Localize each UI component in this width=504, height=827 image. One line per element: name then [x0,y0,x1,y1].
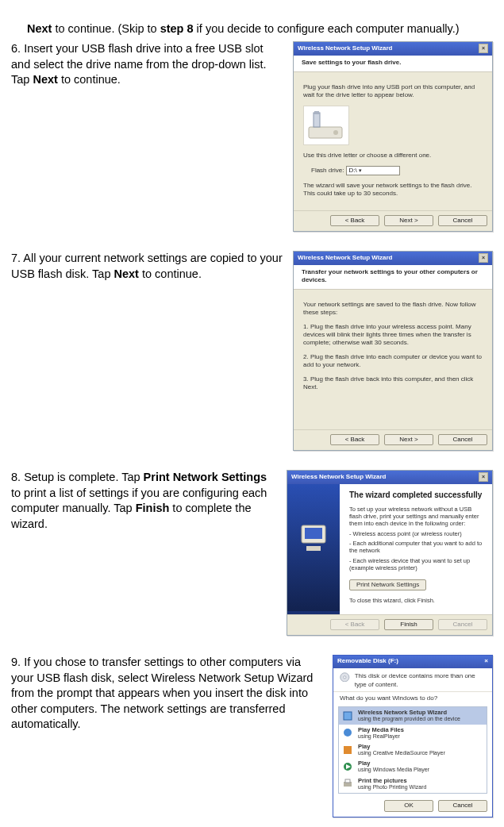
wizard-dialog-complete: Wireless Network Setup Wizard × The wiza… [287,470,493,636]
dialog-title: Wireless Network Setup Wizard [291,473,386,481]
step-5-continuation: Next to continue. (Skip to step 8 if you… [11,21,493,37]
back-button[interactable]: < Back [330,434,379,445]
bold-step8: step 8 [160,22,194,35]
close-icon[interactable]: × [484,657,488,666]
svg-point-11 [344,729,352,737]
wizard-dialog-save-flash: Wireless Network Setup Wizard × Save set… [293,41,493,232]
close-icon[interactable]: × [479,253,488,263]
dialog-header: Transfer your network settings to your o… [294,265,492,290]
chevron-down-icon: ▾ [359,167,362,175]
autoplay-item-print[interactable]: Print the picturesusing Photo Printing W… [339,775,487,792]
dialog-title: Wireless Network Setup Wizard [298,44,392,52]
disk-icon [340,672,350,685]
autoplay-item-slideshow[interactable]: View a slideshow of the images [339,792,487,794]
autoplay-item-wireless-wizard[interactable]: Wireless Network Setup Wizardusing the p… [339,707,487,724]
close-icon[interactable]: × [479,44,488,53]
cancel-button[interactable]: Cancel [438,434,487,445]
ok-button[interactable]: OK [384,800,433,812]
step-6-text: 6. Insert your USB flash drive into a fr… [11,41,293,232]
transfer-step-2: 2. Plug the flash drive into each comput… [303,353,484,369]
cancel-button: Cancel [438,619,487,630]
autoplay-item-realplayer[interactable]: Play Media Filesusing RealPlayer [339,725,487,741]
complete-b1: - Wireless access point (or wireless rou… [349,530,484,537]
complete-heading: The wizard completed successfully [349,490,484,501]
transfer-step-3: 3. Plug the flash drive back into this c… [303,375,484,391]
print-icon [342,778,353,789]
wizard-dialog-transfer: Wireless Network Setup Wizard × Transfer… [293,251,493,451]
svg-rect-12 [344,746,352,754]
autoplay-list[interactable]: Wireless Network Setup Wizardusing the p… [338,706,487,794]
svg-rect-6 [305,528,322,539]
dialog-intro: Your network settings are saved to the f… [303,301,484,317]
dialog-title: Removable Disk (F:) [337,657,398,666]
transfer-step-1: 1. Plug the flash drive into your wirele… [303,323,484,347]
svg-rect-2 [314,111,319,114]
step-7-text: 7. All your current network settings are… [11,251,293,451]
creative-icon [342,744,353,756]
flash-drive-dropdown[interactable]: D:\▾ [346,166,400,175]
svg-rect-10 [344,712,352,720]
dialog-header: Save settings to your flash drive. [294,56,492,72]
close-icon[interactable]: × [479,472,488,482]
back-button: < Back [330,619,379,630]
finish-button[interactable]: Finish [384,619,433,630]
wizard-sidebar-graphic [287,484,340,614]
step-9-text: 9. If you chose to transfer settings to … [11,655,333,817]
complete-b2: - Each additional computer that you want… [349,540,484,555]
step-8-number: 8. [11,471,24,483]
dialog-note: The wizard will save your network settin… [303,182,484,198]
cancel-button[interactable]: Cancel [438,215,487,226]
back-button[interactable]: < Back [330,215,379,226]
step-8-text: 8. Setup is complete. Tap Print Network … [11,470,287,636]
wmp-icon [342,761,353,772]
complete-p1: To set up your wireless network without … [349,506,484,528]
flash-drive-label: Flash drive: [311,167,344,174]
autoplay-item-creative[interactable]: Playusing Creative MediaSource Player [339,741,487,758]
svg-point-3 [333,130,338,135]
wizard-icon [342,710,353,721]
autoplay-question: What do you want Windows to do? [333,692,492,705]
next-button[interactable]: Next > [384,215,433,226]
dialog-instruction: Plug your flash drive into any USB port … [303,83,484,99]
step-9-number: 9. [11,656,24,668]
dialog-title: Wireless Network Setup Wizard [298,254,392,262]
complete-close-text: To close this wizard, click Finish. [349,597,484,604]
svg-rect-7 [306,546,321,551]
usb-illustration [303,106,349,145]
realplayer-icon [342,727,353,738]
complete-b3: - Each wireless device that you want to … [349,557,484,572]
svg-rect-1 [314,113,320,127]
autoplay-top-text: This disk or device contains more than o… [355,672,486,690]
print-network-settings-button[interactable]: Print Network Settings [349,579,426,590]
autoplay-item-wmp[interactable]: Playusing Windows Media Player [339,758,487,775]
step-6-number: 6. [11,42,24,55]
next-button[interactable]: Next > [384,434,433,445]
autoplay-dialog: Removable Disk (F:) × This disk or devic… [333,655,493,817]
dialog-subtext: Use this drive letter or choose a differ… [303,152,484,160]
bold-next: Next [27,22,52,35]
cancel-button[interactable]: Cancel [438,800,487,812]
step-7-number: 7. [11,252,23,264]
svg-rect-16 [345,779,350,783]
svg-point-9 [344,675,346,678]
